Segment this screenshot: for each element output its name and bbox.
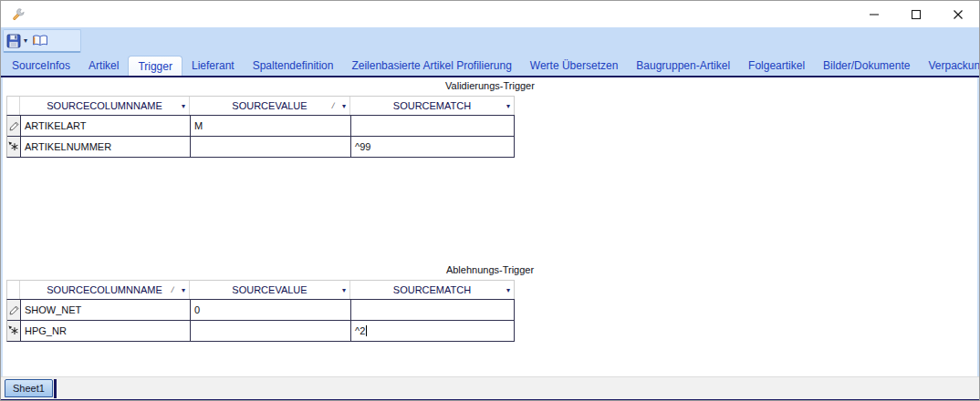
cell-value: HPG_NR bbox=[25, 325, 67, 336]
column-header-label: SOURCEVALUE bbox=[232, 100, 307, 111]
column-header-label: SOURCEMATCH bbox=[393, 284, 471, 295]
title-bar bbox=[1, 1, 979, 27]
sheet-bar: Sheet1 bbox=[1, 376, 979, 399]
tab-artikel[interactable]: Artikel bbox=[79, 55, 128, 76]
validierungs-trigger-grid: SOURCECOLUMNNAME▾SOURCEVALUE/▾SOURCEMATC… bbox=[6, 96, 515, 158]
toolbar: ▾ bbox=[1, 27, 979, 55]
grid-body: SHOW_NET0HPG_NR^2 bbox=[6, 299, 515, 342]
sort-indicator-icon: / bbox=[171, 285, 175, 294]
close-button[interactable] bbox=[937, 1, 979, 27]
open-book-icon bbox=[32, 35, 48, 47]
tab-sourceinfos[interactable]: SourceInfos bbox=[3, 55, 79, 76]
row-header-new-row-icon[interactable] bbox=[7, 321, 20, 341]
column-dropdown-arrow-icon[interactable]: ▾ bbox=[506, 102, 510, 110]
sheet-tab-sheet1[interactable]: Sheet1 bbox=[5, 379, 53, 397]
browse-button[interactable] bbox=[29, 31, 51, 51]
grid-header-row: SOURCECOLUMNNAME▾SOURCEVALUE/▾SOURCEMATC… bbox=[6, 96, 515, 115]
cell-value: ^99 bbox=[355, 141, 370, 152]
grid-cell[interactable]: ARTIKELART bbox=[20, 116, 190, 136]
tab-spaltendefinition[interactable]: Spaltendefinition bbox=[244, 55, 343, 76]
table-row: SHOW_NET0 bbox=[7, 300, 514, 321]
floppy-disk-icon bbox=[6, 34, 21, 48]
tab-verpackung[interactable]: Verpackung bbox=[919, 55, 980, 76]
toolbar-group: ▾ bbox=[3, 29, 81, 53]
grid-corner-cell bbox=[7, 281, 20, 299]
validierungs-trigger-label: Validierungs-Trigger bbox=[3, 80, 977, 91]
grid-body: ARTIKELARTMARTIKELNUMMER^99 bbox=[6, 115, 515, 158]
column-header-sourcevalue[interactable]: SOURCEVALUE▾ bbox=[190, 281, 350, 299]
application-window: ▾ SourceInfosArtikelTriggerLieferantSpal… bbox=[0, 0, 980, 401]
column-header-label: SOURCECOLUMNNAME bbox=[47, 284, 162, 295]
column-header-label: SOURCEVALUE bbox=[232, 284, 307, 295]
grid-corner-cell bbox=[7, 97, 20, 115]
table-row: HPG_NR^2 bbox=[7, 321, 514, 341]
column-header-sourcecolumnname[interactable]: SOURCECOLUMNNAME▾ bbox=[20, 97, 190, 115]
tab-baugruppen-artikel[interactable]: Baugruppen-Artikel bbox=[627, 55, 739, 76]
column-header-sourcecolumnname[interactable]: SOURCECOLUMNNAME/▾ bbox=[20, 281, 190, 299]
maximize-button[interactable] bbox=[895, 1, 937, 27]
sheet-tab-separator bbox=[54, 379, 57, 398]
grid-cell[interactable] bbox=[350, 300, 514, 320]
grid-cell[interactable]: ^2 bbox=[350, 321, 514, 341]
sort-indicator-icon: / bbox=[331, 101, 336, 110]
column-header-sourcematch[interactable]: SOURCEMATCH▾ bbox=[350, 281, 514, 299]
ablehnungs-trigger-label: Ablehnungs-Trigger bbox=[3, 264, 977, 275]
grid-cell[interactable]: SHOW_NET bbox=[20, 300, 190, 320]
row-header-pencil-icon[interactable] bbox=[7, 116, 20, 136]
table-row: ARTIKELARTM bbox=[7, 116, 514, 137]
tab-folgeartikel[interactable]: Folgeartikel bbox=[739, 55, 814, 76]
column-header-sourcematch[interactable]: SOURCEMATCH▾ bbox=[350, 97, 514, 115]
tab-lieferant[interactable]: Lieferant bbox=[182, 55, 244, 76]
grid-cell[interactable]: ARTIKELNUMMER bbox=[20, 137, 190, 157]
column-dropdown-arrow-icon[interactable]: ▾ bbox=[506, 286, 510, 294]
cell-value: ARTIKELNUMMER bbox=[25, 141, 111, 152]
tab-trigger[interactable]: Trigger bbox=[128, 56, 182, 76]
row-header-pencil-icon[interactable] bbox=[7, 300, 20, 320]
column-dropdown-arrow-icon[interactable]: ▾ bbox=[342, 286, 346, 294]
column-header-label: SOURCECOLUMNNAME bbox=[47, 100, 162, 111]
grid-cell[interactable]: ^99 bbox=[350, 137, 514, 157]
save-dropdown-arrow-icon[interactable]: ▾ bbox=[24, 36, 27, 45]
grid-cell[interactable]: HPG_NR bbox=[20, 321, 190, 341]
ablehnungs-trigger-grid: SOURCECOLUMNNAME/▾SOURCEVALUE▾SOURCEMATC… bbox=[6, 280, 515, 342]
grid-cell[interactable] bbox=[350, 116, 514, 136]
text-caret bbox=[366, 325, 367, 336]
cell-value: M bbox=[194, 120, 203, 131]
cell-value: ^2 bbox=[355, 325, 365, 336]
column-dropdown-arrow-icon[interactable]: ▾ bbox=[342, 102, 346, 110]
grid-header-row: SOURCECOLUMNNAME/▾SOURCEVALUE▾SOURCEMATC… bbox=[6, 280, 515, 299]
cell-value: 0 bbox=[194, 304, 200, 315]
window-controls bbox=[853, 1, 979, 27]
column-dropdown-arrow-icon[interactable]: ▾ bbox=[182, 286, 185, 294]
cell-value: ARTIKELART bbox=[25, 120, 86, 131]
tab-bilder-dokumente[interactable]: Bilder/Dokumente bbox=[814, 55, 919, 76]
wrench-icon bbox=[11, 7, 26, 22]
column-header-sourcevalue[interactable]: SOURCEVALUE/▾ bbox=[190, 97, 350, 115]
tab-zeilenbasierte-artikel-profilierung[interactable]: Zeilenbasierte Artikel Profilierung bbox=[342, 55, 520, 76]
column-dropdown-arrow-icon[interactable]: ▾ bbox=[182, 102, 185, 110]
table-row: ARTIKELNUMMER^99 bbox=[7, 137, 514, 157]
trigger-page: Validierungs-TriggerSOURCECOLUMNNAME▾SOU… bbox=[1, 77, 979, 376]
row-header-new-row-icon[interactable] bbox=[7, 137, 20, 157]
tab-werte-übersetzen[interactable]: Werte Übersetzen bbox=[521, 55, 628, 76]
grid-cell[interactable]: M bbox=[190, 116, 350, 136]
cell-value: SHOW_NET bbox=[25, 304, 81, 315]
column-header-label: SOURCEMATCH bbox=[393, 100, 471, 111]
minimize-button[interactable] bbox=[853, 1, 895, 27]
grid-cell[interactable] bbox=[190, 137, 350, 157]
grid-cell[interactable]: 0 bbox=[190, 300, 350, 320]
grid-cell[interactable] bbox=[190, 321, 350, 341]
save-button[interactable] bbox=[4, 31, 24, 51]
tab-strip: SourceInfosArtikelTriggerLieferantSpalte… bbox=[1, 55, 979, 77]
